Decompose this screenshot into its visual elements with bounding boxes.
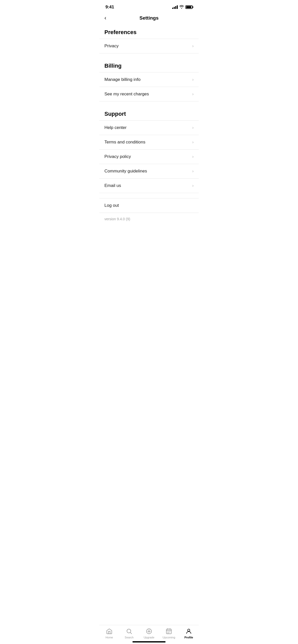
billing-heading: Billing	[99, 58, 199, 72]
recent-charges-item[interactable]: See my recent charges ›	[99, 87, 199, 101]
community-item[interactable]: Community guidelines ›	[99, 164, 199, 178]
version-text: version 9.4.0 (9)	[99, 213, 199, 225]
battery-icon	[185, 5, 193, 9]
status-icons	[172, 5, 193, 9]
privacy-chevron: ›	[192, 44, 194, 48]
email-us-chevron: ›	[192, 183, 194, 188]
manage-billing-label: Manage billing info	[104, 77, 141, 82]
recent-charges-chevron: ›	[192, 92, 194, 96]
preferences-section: Preferences Privacy ›	[99, 25, 199, 53]
preferences-heading: Preferences	[99, 25, 199, 39]
recent-charges-label: See my recent charges	[104, 92, 149, 97]
help-center-label: Help center	[104, 125, 127, 130]
billing-section: Billing Manage billing info › See my rec…	[99, 58, 199, 101]
privacy-label: Privacy	[104, 43, 119, 49]
email-us-item[interactable]: Email us ›	[99, 178, 199, 193]
manage-billing-chevron: ›	[192, 77, 194, 82]
logout-label: Log out	[104, 203, 119, 208]
back-button[interactable]: ‹	[104, 15, 106, 21]
privacy-policy-item[interactable]: Privacy policy ›	[99, 149, 199, 164]
help-center-chevron: ›	[192, 125, 194, 130]
help-center-item[interactable]: Help center ›	[99, 120, 199, 135]
settings-header: ‹ Settings	[99, 13, 199, 25]
signal-icon	[172, 5, 178, 9]
terms-item[interactable]: Terms and conditions ›	[99, 135, 199, 149]
status-time: 9:41	[105, 5, 114, 10]
community-label: Community guidelines	[104, 169, 147, 174]
support-section: Support Help center › Terms and conditio…	[99, 107, 199, 193]
email-us-label: Email us	[104, 183, 121, 188]
manage-billing-item[interactable]: Manage billing info ›	[99, 72, 199, 87]
terms-chevron: ›	[192, 140, 194, 144]
privacy-policy-label: Privacy policy	[104, 154, 131, 159]
terms-label: Terms and conditions	[104, 140, 145, 145]
settings-content: Preferences Privacy › Billing Manage bil…	[99, 25, 199, 251]
wifi-icon	[179, 5, 184, 9]
community-chevron: ›	[192, 169, 194, 173]
logout-item[interactable]: Log out	[99, 198, 199, 213]
support-heading: Support	[99, 107, 199, 120]
status-bar: 9:41	[99, 0, 199, 13]
privacy-item[interactable]: Privacy ›	[99, 39, 199, 53]
privacy-policy-chevron: ›	[192, 154, 194, 159]
page-title: Settings	[140, 15, 159, 21]
